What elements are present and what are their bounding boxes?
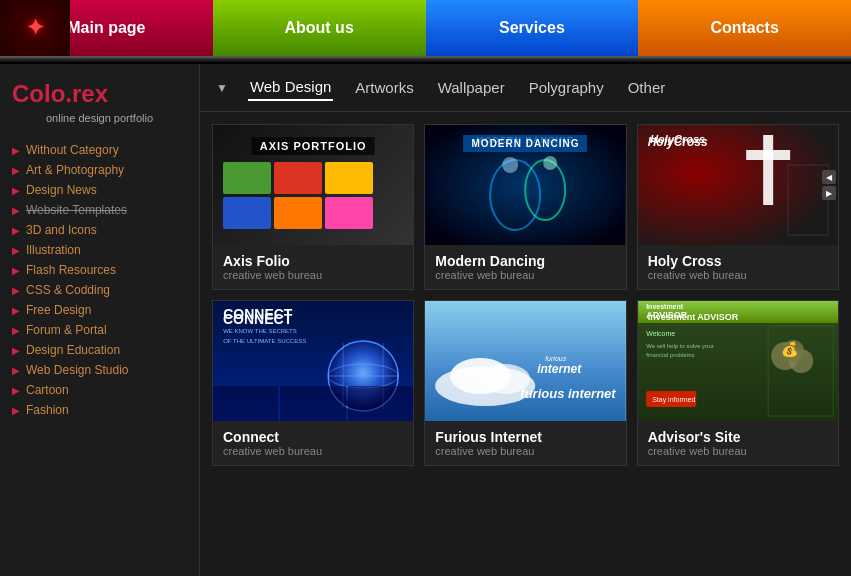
sidebar-link[interactable]: Illustration [26, 243, 81, 257]
logo-colo: Colo. [12, 80, 72, 107]
portfolio-thumb [213, 125, 413, 245]
arrow-icon: ▶ [12, 225, 20, 236]
portfolio-thumb: CONNECT WE KNOW THE SECRETS OF THE ULTIM… [213, 301, 413, 421]
portfolio-info: Advisor's Site creative web bureau [638, 421, 838, 465]
svg-rect-8 [763, 135, 773, 205]
arrow-icon: ▶ [12, 185, 20, 196]
sidebar-link[interactable]: Website Templates [26, 203, 127, 217]
svg-text:Investment: Investment [646, 303, 684, 310]
sidebar-item[interactable]: ▶ Website Templates [12, 200, 187, 220]
arrow-icon: ▶ [12, 205, 20, 216]
portfolio-thumb: Investment ADVISOR Welcome We will help … [638, 301, 838, 421]
logo-star-icon: ✦ [26, 15, 44, 41]
nav-separator [0, 56, 851, 64]
portfolio-item-furious-internet[interactable]: furious internet Furious Internet creati… [424, 300, 626, 466]
sidebar-item[interactable]: ▶ Design News [12, 180, 187, 200]
sidebar: Colo.rex online design portfolio ▶ Witho… [0, 64, 200, 576]
portfolio-title: Advisor's Site [648, 429, 828, 445]
logo-rex: rex [72, 80, 108, 107]
svg-text:internet: internet [537, 362, 582, 376]
portfolio-info: Modern Dancing creative web bureau [425, 245, 625, 289]
svg-point-4 [502, 157, 518, 173]
portfolio-item-connect[interactable]: CONNECT WE KNOW THE SECRETS OF THE ULTIM… [212, 300, 414, 466]
tab-other[interactable]: Other [626, 75, 668, 100]
portfolio-item-modern-dancing[interactable]: MODERN DANCING Modern Dancing creative w… [424, 124, 626, 290]
nav-about-label: About us [284, 19, 353, 37]
sidebar-link[interactable]: Fashion [26, 403, 69, 417]
sidebar-link[interactable]: Cartoon [26, 383, 69, 397]
svg-rect-20 [425, 301, 625, 421]
arrow-icon: ▶ [12, 165, 20, 176]
category-tabs: ▼ Web Design Artworks Wallpaper Polygrap… [200, 64, 851, 112]
nav-contacts[interactable]: Contacts [638, 0, 851, 56]
portfolio-grid: Axis Folio creative web bureau [200, 112, 851, 478]
sidebar-item[interactable]: ▶ Illustration [12, 240, 187, 260]
sidebar-item[interactable]: ▶ CSS & Codding [12, 280, 187, 300]
tab-web-design[interactable]: Web Design [248, 74, 333, 101]
nav-services[interactable]: Services [426, 0, 639, 56]
svg-text:HolyCross: HolyCross [650, 133, 705, 145]
portfolio-title: Furious Internet [435, 429, 615, 445]
sidebar-item[interactable]: ▶ Cartoon [12, 380, 187, 400]
nav-about-us[interactable]: About us [213, 0, 426, 56]
arrow-icon: ▶ [12, 265, 20, 276]
portfolio-item-axis-folio[interactable]: Axis Folio creative web bureau [212, 124, 414, 290]
sidebar-item[interactable]: ▶ Design Education [12, 340, 187, 360]
arrow-icon: ▶ [12, 345, 20, 356]
sidebar-item[interactable]: ▶ 3D and Icons [12, 220, 187, 240]
connect-block [213, 386, 278, 421]
nav-main-page[interactable]: ✦ Main page [0, 0, 213, 56]
sidebar-link[interactable]: CSS & Codding [26, 283, 110, 297]
connect-info-blocks [213, 386, 413, 421]
tab-artworks[interactable]: Artworks [353, 75, 415, 100]
svg-text:Stay informed: Stay informed [652, 396, 695, 404]
furious-visual: furious internet [425, 301, 625, 421]
sidebar-item[interactable]: ▶ Fashion [12, 400, 187, 420]
svg-point-5 [543, 156, 557, 170]
arrow-icon: ▶ [12, 405, 20, 416]
portfolio-item-holy-cross[interactable]: HolyCross ◀ ▶ Holy Cross creative web bu… [637, 124, 839, 290]
sidebar-item[interactable]: ▶ Flash Resources [12, 260, 187, 280]
sidebar-link[interactable]: 3D and Icons [26, 223, 97, 237]
portfolio-subtitle: creative web bureau [223, 269, 403, 281]
nav-main-label: Main page [67, 19, 145, 37]
logo: Colo.rex [12, 80, 187, 108]
sidebar-link[interactable]: Free Design [26, 303, 91, 317]
sidebar-link[interactable]: Design Education [26, 343, 120, 357]
next-arrow-icon: ▶ [822, 186, 836, 200]
portfolio-item-advisors-site[interactable]: Investment ADVISOR Welcome We will help … [637, 300, 839, 466]
portfolio-thumb: furious internet [425, 301, 625, 421]
sidebar-item[interactable]: ▶ Art & Photography [12, 160, 187, 180]
sidebar-item[interactable]: ▶ Free Design [12, 300, 187, 320]
logo-subtitle: online design portfolio [12, 112, 187, 124]
tab-wallpaper[interactable]: Wallpaper [436, 75, 507, 100]
sidebar-item[interactable]: ▶ Web Design Studio [12, 360, 187, 380]
svg-text:WE KNOW THE SECRETS: WE KNOW THE SECRETS [223, 328, 297, 334]
sidebar-item[interactable]: ▶ Forum & Portal [12, 320, 187, 340]
main-area: Colo.rex online design portfolio ▶ Witho… [0, 64, 851, 576]
portfolio-title: Axis Folio [223, 253, 403, 269]
portfolio-subtitle: creative web bureau [435, 269, 615, 281]
portfolio-info: Connect creative web bureau [213, 421, 413, 465]
portfolio-title: Modern Dancing [435, 253, 615, 269]
sidebar-link[interactable]: Forum & Portal [26, 323, 107, 337]
arrow-icon: ▶ [12, 245, 20, 256]
sidebar-link[interactable]: Design News [26, 183, 97, 197]
sidebar-link[interactable]: Web Design Studio [26, 363, 129, 377]
svg-text:ADVISOR: ADVISOR [646, 310, 688, 320]
connect-block [348, 386, 413, 421]
sidebar-item[interactable]: ▶ Without Category [12, 140, 187, 160]
sidebar-link[interactable]: Flash Resources [26, 263, 116, 277]
tab-polygraphy[interactable]: Polygraphy [527, 75, 606, 100]
arrow-icon: ▶ [12, 285, 20, 296]
sidebar-link[interactable]: Without Category [26, 143, 119, 157]
arrow-icon: ▶ [12, 385, 20, 396]
svg-text:furious: furious [545, 355, 567, 362]
arrow-icon: ▶ [12, 145, 20, 156]
nav-contacts-label: Contacts [710, 19, 778, 37]
sidebar-link[interactable]: Art & Photography [26, 163, 124, 177]
arrow-icon: ▶ [12, 305, 20, 316]
portfolio-subtitle: creative web bureau [223, 445, 403, 457]
portfolio-title: Holy Cross [648, 253, 828, 269]
svg-text:We will help to solve your: We will help to solve your [646, 343, 714, 349]
